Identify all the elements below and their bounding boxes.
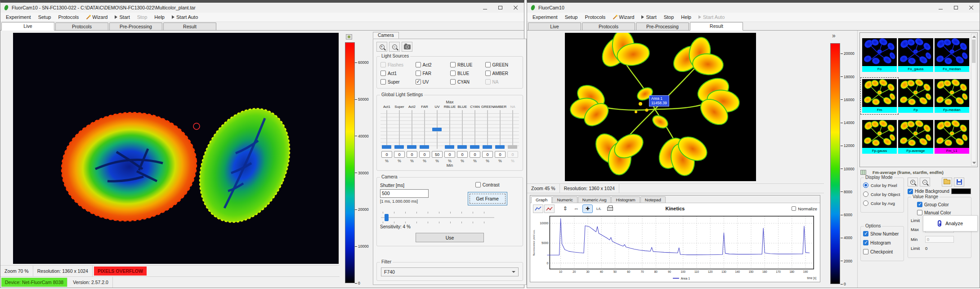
light-source-uv[interactable]: UV <box>416 79 450 84</box>
thumbnail-fm-l1[interactable]: Fm_L1 <box>935 120 969 154</box>
maximize-button[interactable] <box>492 3 508 13</box>
menu-item-help[interactable]: Help <box>677 13 695 21</box>
graph-tab-numeric-avg[interactable]: Numeric Avg <box>578 196 611 203</box>
display-mode-color-by-avg[interactable]: Color by Avg <box>863 200 901 206</box>
slider-value[interactable]: 0 <box>444 151 455 158</box>
thumbnail-fp-median[interactable]: Fp-median <box>935 79 969 113</box>
thumbnail-fp[interactable]: Fp <box>898 79 933 113</box>
close-button[interactable] <box>963 3 979 13</box>
slider-handle[interactable] <box>432 128 442 131</box>
graph-tab-graph[interactable]: Graph <box>531 196 552 203</box>
slider-track[interactable] <box>443 110 456 149</box>
contrast-checkbox[interactable]: Contrast <box>475 182 500 187</box>
slider-track[interactable] <box>456 110 469 149</box>
snapshot-button[interactable] <box>402 42 412 52</box>
menu-item-protocols[interactable]: Protocols <box>54 13 82 21</box>
slider-track[interactable] <box>469 110 481 149</box>
close-button[interactable] <box>508 3 523 13</box>
light-source-act2[interactable]: Act2 <box>416 62 450 67</box>
sensitivity-slider-handle[interactable] <box>385 214 389 221</box>
live-image-canvas[interactable] <box>13 33 339 264</box>
sensitivity-slider[interactable] <box>381 212 494 223</box>
slider-handle[interactable] <box>495 145 505 149</box>
light-source-rblue[interactable]: RBLUE <box>450 62 484 67</box>
slider-track[interactable] <box>380 110 393 149</box>
slider-value[interactable]: 0 <box>381 151 392 158</box>
thumbnails-scrollbar[interactable] <box>971 34 976 166</box>
shutter-input[interactable] <box>380 189 429 198</box>
graph-tab-notepad[interactable]: Notepad <box>640 196 666 203</box>
right-tab-result[interactable]: Result <box>690 22 743 31</box>
hide-background-checkbox[interactable]: Hide Background <box>908 188 971 194</box>
slider-value[interactable]: 0 <box>457 151 468 158</box>
result-image-canvas[interactable]: Area 1 11458.39 <box>565 33 756 181</box>
slider-track[interactable] <box>494 110 506 149</box>
get-frame-button[interactable]: Get Frame <box>468 192 507 205</box>
light-source-cyan[interactable]: CYAN <box>450 79 484 84</box>
thumbnail-fm[interactable]: Fm <box>862 79 897 113</box>
chart-edit-button[interactable] <box>544 205 555 213</box>
slider-value[interactable]: 50 <box>432 151 443 158</box>
light-source-amber[interactable]: AMBER <box>485 71 519 76</box>
fit-vertical-button[interactable] <box>560 205 570 213</box>
menu-item-wizard[interactable]: Wizard <box>609 13 638 21</box>
slider-handle[interactable] <box>420 145 429 149</box>
menu-item-start[interactable]: Start <box>111 13 133 21</box>
slider-handle[interactable] <box>394 145 404 149</box>
slider-track[interactable] <box>393 110 406 149</box>
slider-track[interactable] <box>431 110 443 149</box>
zoom-out-button[interactable] <box>389 42 400 52</box>
value-range-manual-color[interactable]: Manual Color <box>917 210 968 215</box>
menu-item-protocols[interactable]: Protocols <box>581 13 609 21</box>
graph-tab-histogram[interactable]: Histogram <box>611 196 640 203</box>
left-titlebar[interactable]: FluorCam10 - SN-FC1300-022 - C:\DATA\C\D… <box>0 3 524 13</box>
print-button[interactable] <box>605 205 615 213</box>
light-source-blue[interactable]: BLUE <box>450 71 484 76</box>
option-checkpoint[interactable]: Checkpoint <box>863 249 901 254</box>
thumbnail-fo-median[interactable]: Fo_median <box>935 38 969 72</box>
slider-value[interactable]: 0 <box>507 151 518 158</box>
thumbnail-fo[interactable]: Fo <box>862 38 897 72</box>
display-mode-color-by-object[interactable]: Color by Object <box>863 191 901 197</box>
slider-handle[interactable] <box>508 145 517 149</box>
menu-item-setup[interactable]: Setup <box>35 13 55 21</box>
value-range-row-value[interactable]: 0 <box>925 236 954 243</box>
filter-select[interactable]: F740 <box>381 267 519 276</box>
thumbnail-fp-average[interactable]: Fp-average <box>898 120 933 154</box>
open-button[interactable] <box>942 178 952 187</box>
menu-item-stop[interactable]: Stop <box>134 13 151 21</box>
right-tab-live[interactable]: Live <box>528 22 581 30</box>
slider-handle[interactable] <box>445 145 454 149</box>
slider-track[interactable] <box>418 110 431 149</box>
minimize-button[interactable] <box>477 3 492 13</box>
menu-item-start-auto[interactable]: Start Auto <box>168 13 201 21</box>
menu-item-help[interactable]: Help <box>151 13 168 21</box>
use-button[interactable]: Use <box>416 233 484 242</box>
light-source-na[interactable]: NA <box>485 79 519 84</box>
camera-panel-tab[interactable]: Camera <box>373 32 399 39</box>
slider-value[interactable]: 0 <box>394 151 405 158</box>
thumbnail-fo-gauss[interactable]: Fo_gauss <box>898 38 933 72</box>
minimize-button[interactable] <box>933 3 948 13</box>
left-tab-live[interactable]: Live <box>1 22 54 31</box>
light-source-green[interactable]: GREEN <box>485 62 519 67</box>
fit-horizontal-button[interactable] <box>571 205 582 213</box>
zoom-out-button[interactable] <box>920 178 930 187</box>
menu-item-wizard[interactable]: Wizard <box>82 13 111 21</box>
linear-log-button[interactable] <box>594 205 604 213</box>
left-tab-protocols[interactable]: Protocols <box>55 22 108 30</box>
analyze-button[interactable]: Analyze <box>923 215 978 231</box>
thumbnail-fp-gauss[interactable]: Fp-gauss <box>862 120 897 154</box>
light-source-super[interactable]: Super <box>380 79 415 84</box>
zoom-in-button[interactable] <box>908 178 918 187</box>
colorbar-options-icon[interactable] <box>346 34 352 40</box>
slider-handle[interactable] <box>407 145 416 149</box>
kinetics-plot[interactable]: 1020304050607080901001101201301401501601… <box>530 214 820 282</box>
right-tab-pre-processing[interactable]: Pre-Processing <box>636 22 689 30</box>
background-color-swatch[interactable] <box>951 188 971 194</box>
light-source-act1[interactable]: Act1 <box>380 71 415 76</box>
chart-type-button[interactable] <box>533 205 543 213</box>
menu-item-experiment[interactable]: Experiment <box>529 13 561 21</box>
slider-track[interactable] <box>481 110 494 149</box>
slider-value[interactable]: 0 <box>470 151 480 158</box>
